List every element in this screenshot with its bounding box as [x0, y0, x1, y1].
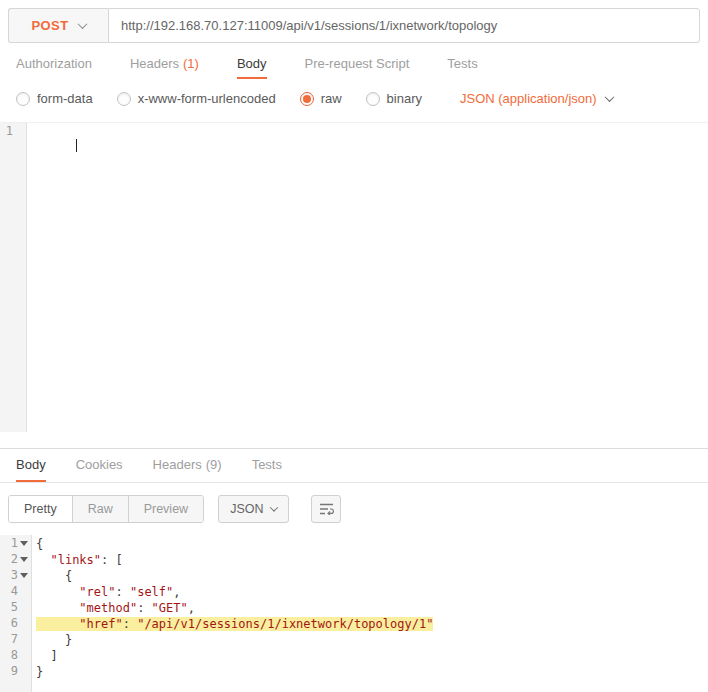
url-text: http://192.168.70.127:11009/api/v1/sessi…	[121, 18, 497, 33]
response-tab-cookies[interactable]: Cookies	[76, 449, 123, 482]
wrap-lines-button[interactable]	[311, 495, 341, 523]
tab-pre-request-script[interactable]: Pre-request Script	[305, 49, 410, 79]
code-line: "links": [	[36, 552, 708, 568]
chevron-down-icon	[604, 92, 614, 102]
response-tabs: Body Cookies Headers (9) Tests	[0, 449, 708, 483]
line-number: 1	[0, 123, 26, 139]
url-input[interactable]: http://192.168.70.127:11009/api/v1/sessi…	[108, 8, 700, 43]
tab-body[interactable]: Body	[237, 49, 267, 79]
line-number: 8	[0, 647, 31, 663]
response-format-selector[interactable]: JSON	[218, 495, 289, 523]
code-line: ]	[36, 648, 708, 664]
request-body-editor: 1	[0, 122, 708, 432]
request-url-bar: POST http://192.168.70.127:11009/api/v1/…	[8, 8, 700, 43]
raw-button[interactable]: Raw	[72, 496, 128, 522]
section-gap	[0, 432, 708, 448]
preview-button[interactable]: Preview	[128, 496, 203, 522]
body-type-form-data[interactable]: form-data	[16, 91, 93, 106]
method-selector[interactable]: POST	[8, 8, 108, 43]
response-code-lines: { "links": [ { "rel": "self", "method": …	[32, 535, 708, 692]
headers-count-badge: (1)	[183, 56, 199, 71]
code-line: "rel": "self",	[36, 584, 708, 600]
response-tab-headers[interactable]: Headers (9)	[153, 449, 222, 482]
body-type-raw[interactable]: raw	[300, 91, 342, 106]
code-line: }	[36, 664, 708, 680]
line-number: 3	[0, 567, 31, 583]
raw-format-selector[interactable]: JSON (application/json)	[460, 91, 613, 106]
fold-caret-icon[interactable]	[20, 557, 28, 562]
response-view-modes: Pretty Raw Preview	[8, 495, 204, 523]
response-tab-body[interactable]: Body	[16, 449, 46, 482]
postman-request-builder: POST http://192.168.70.127:11009/api/v1/…	[0, 8, 708, 692]
tab-headers[interactable]: Headers (1)	[130, 49, 199, 79]
code-line: "method": "GET",	[36, 600, 708, 616]
tab-tests[interactable]: Tests	[447, 49, 477, 79]
code-line: }	[36, 632, 708, 648]
fold-caret-icon[interactable]	[20, 541, 28, 546]
response-view-toolbar: Pretty Raw Preview JSON	[0, 483, 708, 533]
code-line: {	[36, 568, 708, 584]
radio-selected-icon	[300, 92, 314, 106]
response-body-editor: 123456789 { "links": [ { "rel": "self", …	[0, 535, 708, 692]
line-number: 5	[0, 599, 31, 615]
response-headers-count-badge: (9)	[206, 457, 222, 472]
chevron-down-icon	[77, 19, 87, 29]
line-number: 6	[0, 615, 31, 631]
method-label: POST	[32, 18, 69, 33]
line-number: 1	[0, 535, 31, 551]
line-number: 2	[0, 551, 31, 567]
body-type-selector: form-data x-www-form-urlencoded raw bina…	[0, 79, 708, 116]
code-line: "href": "/api/v1/sessions/1/ixnetwork/to…	[36, 616, 708, 632]
radio-icon	[366, 92, 380, 106]
request-tabs: Authorization Headers (1) Body Pre-reque…	[0, 49, 708, 79]
pretty-button[interactable]: Pretty	[9, 496, 72, 522]
fold-caret-icon[interactable]	[20, 573, 28, 578]
request-editor-gutter: 1	[0, 123, 27, 432]
line-number: 9	[0, 663, 31, 679]
response-gutter: 123456789	[0, 535, 32, 692]
response-tab-tests[interactable]: Tests	[252, 449, 282, 482]
radio-icon	[16, 92, 30, 106]
request-editor-content[interactable]	[27, 123, 708, 432]
chevron-down-icon	[270, 503, 278, 511]
text-cursor	[76, 139, 77, 152]
line-number: 4	[0, 583, 31, 599]
body-type-binary[interactable]: binary	[366, 91, 422, 106]
line-number: 7	[0, 631, 31, 647]
body-type-x-www-form-urlencoded[interactable]: x-www-form-urlencoded	[117, 91, 276, 106]
tab-authorization[interactable]: Authorization	[16, 49, 92, 79]
radio-icon	[117, 92, 131, 106]
wrap-lines-icon	[319, 503, 334, 515]
code-line: {	[36, 536, 708, 552]
highlighted-text: "href": "/api/v1/sessions/1/ixnetwork/to…	[36, 617, 433, 631]
